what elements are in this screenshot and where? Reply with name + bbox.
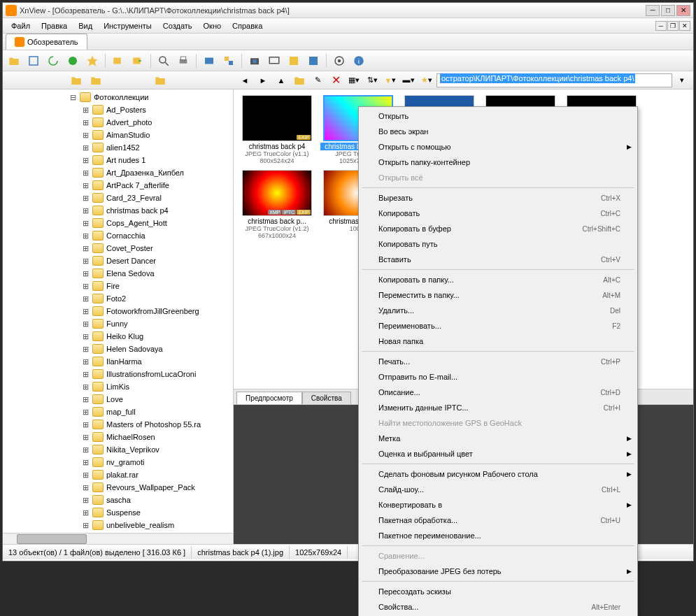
tree-item[interactable]: ⊞FotoworkfromJillGreenberg bbox=[4, 305, 232, 317]
print-button[interactable] bbox=[175, 52, 192, 69]
ctx-открыть-папку-контейнер[interactable]: Открыть папку-контейнер bbox=[359, 155, 637, 170]
ctx-копировать-в-буфер[interactable]: Копировать в буферCtrl+Shift+C bbox=[359, 221, 637, 236]
tree-item[interactable]: ⊞Advert_photo bbox=[4, 116, 232, 129]
settings-button[interactable] bbox=[331, 52, 348, 69]
ctx-новая-папка[interactable]: Новая папка bbox=[359, 334, 637, 349]
tree-item[interactable]: ⊞AimanStudio bbox=[4, 129, 232, 141]
batch-convert-button[interactable] bbox=[220, 52, 237, 69]
tree-item[interactable]: ⊞Foto2 bbox=[4, 292, 232, 305]
tree-item[interactable]: ⊞Art_Дразенка_Кипбел bbox=[4, 166, 232, 179]
address-bar[interactable]: остратор\КЛИПАРТ\Фотоколлекции\christmas… bbox=[436, 73, 672, 87]
tree-item[interactable]: ⊞sascha bbox=[4, 494, 232, 506]
sort-button[interactable]: ⇅▾ bbox=[364, 72, 381, 89]
tree-item[interactable]: ⊞Nikita_Veprikov bbox=[4, 443, 232, 456]
scan-button[interactable] bbox=[201, 52, 218, 69]
tree-item[interactable]: ⊞IllustrationsfromLucaOroni bbox=[4, 368, 232, 380]
tree-item[interactable]: ⊞Ad_Posters bbox=[4, 103, 232, 116]
move-to-button[interactable] bbox=[129, 52, 146, 69]
new-folder-button[interactable]: ✎ bbox=[309, 72, 326, 89]
tree-item[interactable]: ⊞Cornacchia bbox=[4, 229, 232, 242]
tree-item[interactable]: ⊞Funny bbox=[4, 317, 232, 330]
search-button[interactable] bbox=[155, 52, 172, 69]
tab-properties[interactable]: Свойства bbox=[302, 392, 351, 404]
menu-правка[interactable]: Правка bbox=[36, 20, 73, 32]
delete-button[interactable]: ✕ bbox=[327, 72, 344, 89]
tree-item[interactable]: ⊞Art nudes 1 bbox=[4, 154, 232, 166]
mdi-restore[interactable]: ❐ bbox=[667, 21, 679, 31]
thumbnail-item[interactable]: XMPIPTCEXIFchristmas back p...JPEG TrueC… bbox=[239, 170, 315, 239]
tree-item[interactable]: ⊞Suspense bbox=[4, 506, 232, 519]
menu-создать[interactable]: Создать bbox=[157, 20, 198, 32]
ctx-пересоздать-эскизы[interactable]: Пересоздать эскизы bbox=[359, 584, 637, 599]
ctx-открыть[interactable]: Открыть bbox=[359, 108, 637, 124]
mdi-close[interactable]: ✕ bbox=[679, 21, 690, 31]
ctx-отправить-по-e-mail-[interactable]: Отправить по E-mail... bbox=[359, 369, 637, 385]
fullscreen-button[interactable] bbox=[25, 52, 42, 69]
thumbnail-item[interactable]: EXIFchristmas back p4JPEG TrueColor (v1.… bbox=[239, 95, 315, 164]
tree-item[interactable]: ⊞Covet_Poster bbox=[4, 242, 232, 255]
tree-item[interactable]: ⊞Masters of Photoshop 55.ra bbox=[4, 418, 232, 431]
ctx-пакетная-обработка-[interactable]: Пакетная обработка...Ctrl+U bbox=[359, 513, 637, 528]
ctx-метка[interactable]: Метка▶ bbox=[359, 431, 637, 446]
tree-item[interactable]: ⊞MichaelRosen bbox=[4, 431, 232, 443]
favorite-button[interactable] bbox=[84, 52, 101, 69]
tree-item[interactable]: ⊞Helen Sadovaya bbox=[4, 343, 232, 355]
tree-item[interactable]: ⊞nv_gramoti bbox=[4, 456, 232, 468]
ctx-вставить[interactable]: ВставитьCtrl+V bbox=[359, 252, 637, 267]
mdi-minimize[interactable]: ─ bbox=[655, 21, 667, 31]
tree-item[interactable]: ⊞Love bbox=[4, 393, 232, 406]
ctx-вырезать[interactable]: ВырезатьCtrl+X bbox=[359, 190, 637, 206]
folder-tree[interactable]: ⊟Фотоколлекции⊞Ad_Posters⊞Advert_photo⊞A… bbox=[3, 89, 234, 544]
menu-файл[interactable]: Файл bbox=[6, 20, 36, 32]
filter-button[interactable]: ▼▾ bbox=[382, 72, 399, 89]
tree-item[interactable]: ⊞LimKis bbox=[4, 380, 232, 393]
tree-item[interactable]: ⊞unbeliveble_realism bbox=[4, 519, 232, 531]
tree-item[interactable]: ⊞Heiko Klug bbox=[4, 330, 232, 343]
tree-item[interactable]: ⊞Desert Dancer bbox=[4, 255, 232, 267]
tree-item[interactable]: ⊞Fire bbox=[4, 280, 232, 292]
tree-view-1-button[interactable] bbox=[68, 72, 85, 89]
capture-button[interactable] bbox=[246, 52, 263, 69]
info-button[interactable]: i bbox=[350, 52, 367, 69]
tree-item[interactable]: ⊞IlanHarma bbox=[4, 355, 232, 368]
ctx-описание-[interactable]: Описание...Ctrl+D bbox=[359, 385, 637, 400]
tree-root[interactable]: ⊟Фотоколлекции bbox=[4, 91, 232, 103]
forward-button[interactable]: ► bbox=[255, 72, 271, 89]
tree-item[interactable]: ⊞christmas back p4 bbox=[4, 204, 232, 217]
jpeg-lossless-button[interactable] bbox=[285, 52, 302, 69]
ctx-пакетное-переименование-[interactable]: Пакетное переименование... bbox=[359, 528, 637, 543]
ctx-копировать[interactable]: КопироватьCtrl+C bbox=[359, 206, 637, 221]
ctx-переименовать-[interactable]: Переименовать...F2 bbox=[359, 318, 637, 334]
ctx-копировать-в-папку-[interactable]: Копировать в папку...Alt+C bbox=[359, 272, 637, 287]
ctx-во-весь-экран[interactable]: Во весь экран bbox=[359, 124, 637, 139]
tree-view-2-button[interactable] bbox=[87, 72, 104, 89]
tree-item[interactable]: ⊞plakat.rar bbox=[4, 468, 232, 481]
layout-button[interactable]: ▬▾ bbox=[400, 72, 417, 89]
folder-button[interactable] bbox=[291, 72, 308, 89]
menu-инструменты[interactable]: Инструменты bbox=[98, 20, 157, 32]
maximize-button[interactable]: □ bbox=[661, 5, 675, 16]
tree-item[interactable]: ⊞Cops_Agent_Hott bbox=[4, 217, 232, 229]
ctx-открыть-с-помощью[interactable]: Открыть с помощью▶ bbox=[359, 139, 637, 155]
ctx-печать-[interactable]: Печать...Ctrl+P bbox=[359, 354, 637, 369]
address-dropdown[interactable]: ▾ bbox=[674, 72, 690, 89]
tab-preview[interactable]: Предпросмотр bbox=[236, 392, 302, 404]
tree-item[interactable]: ⊞Card_23_Fevral bbox=[4, 192, 232, 204]
tree-item[interactable]: ⊞ArtPack 7_afterlife bbox=[4, 179, 232, 192]
screenshot-button[interactable] bbox=[266, 52, 283, 69]
close-button[interactable]: ✕ bbox=[676, 5, 690, 16]
ctx-переместить-в-папку-[interactable]: Переместить в папку...Alt+M bbox=[359, 287, 637, 303]
open-button[interactable] bbox=[6, 52, 22, 69]
menu-справка[interactable]: Справка bbox=[227, 20, 268, 32]
ctx-копировать-путь[interactable]: Копировать путь bbox=[359, 236, 637, 252]
slideshow-button[interactable] bbox=[64, 52, 81, 69]
ctx-свойства-[interactable]: Свойства...Alt+Enter bbox=[359, 599, 637, 615]
ctx-конвертировать-в[interactable]: Конвертировать в▶ bbox=[359, 497, 637, 513]
up-button[interactable]: ▲ bbox=[273, 72, 290, 89]
ctx-слайд-шоу-[interactable]: Слайд-шоу...Ctrl+L bbox=[359, 482, 637, 497]
tree-item[interactable]: ⊞map_full bbox=[4, 406, 232, 418]
ctx-удалить-[interactable]: Удалить...Del bbox=[359, 303, 637, 318]
ctx-преобразование-jpeg-без-потерь[interactable]: Преобразование JPEG без потерь▶ bbox=[359, 564, 637, 579]
hex-button[interactable] bbox=[305, 52, 322, 69]
tree-item[interactable]: ⊞Revours_Wallpaper_Pack bbox=[4, 481, 232, 494]
